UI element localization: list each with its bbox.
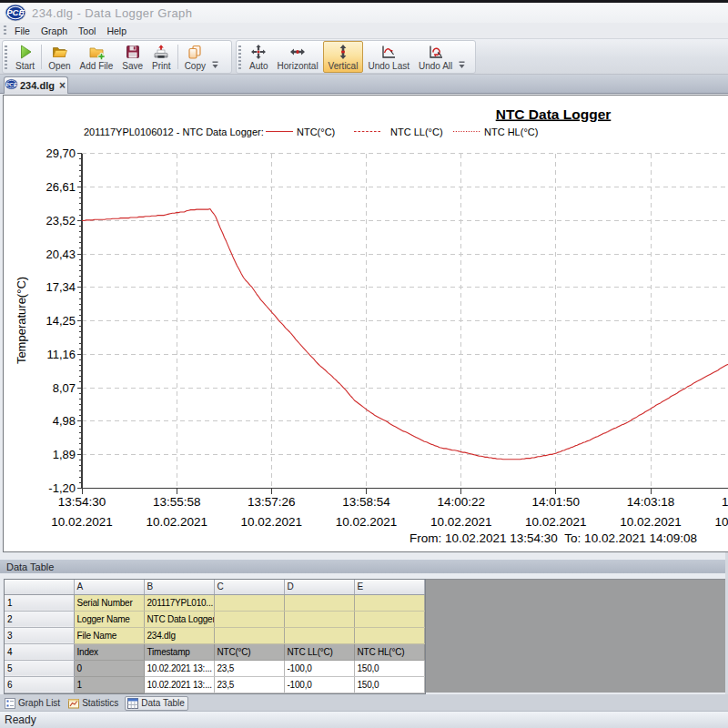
cell[interactable]: NTC(°C) [214,643,284,660]
toolbar-grip-handle[interactable] [238,46,241,69]
row-header-1[interactable]: 1 [5,594,74,611]
cell[interactable]: 23,5 [214,660,284,676]
vertical-icon [334,44,352,60]
svg-text:10.02.2021: 10.02.2021 [336,515,398,529]
column-header-d[interactable]: D [284,580,354,594]
toolbar-overflow-icon[interactable] [210,41,220,73]
cell[interactable]: 10.02.2021 13:... [144,660,214,676]
toolbar-button-label: Start [15,61,35,71]
toolbar-button-label: Undo Last [368,61,410,71]
horizontal-button[interactable]: Horizontal [273,41,323,73]
svg-text:4,98: 4,98 [53,414,76,428]
start-button[interactable]: Start [11,41,39,73]
cell[interactable]: Serial Number [74,594,144,611]
cell[interactable]: NTC LL(°C) [284,643,354,660]
cell[interactable]: Logger Name [74,611,144,627]
view-tab-statistics[interactable]: Statistics [66,696,121,711]
toolbar-button-label: Auto [249,61,268,71]
row-header-3[interactable]: 3 [5,627,74,643]
column-header-c[interactable]: C [214,580,284,594]
menu-tool[interactable]: Tool [73,25,101,36]
document-tab[interactable]: PCE 234.dlg × [4,76,68,94]
toolbar-button-label: Print [152,61,171,71]
cell[interactable]: 0 [74,660,144,676]
undo-last-button[interactable]: Undo Last [363,41,414,73]
svg-text:8,07: 8,07 [53,381,76,395]
cell[interactable] [354,594,424,611]
svg-text:10.02.2021: 10.02.2021 [714,515,728,529]
data-table-grid[interactable]: ABCDE1Serial Number201117YPL010...2Logge… [4,579,426,694]
data-table-panel-caption: Data Table [0,559,728,573]
row-header-2[interactable]: 2 [5,611,74,627]
row-header-6[interactable]: 6 [5,676,74,693]
toolbar-button-label: Undo All [419,61,452,71]
cell[interactable]: Timestamp [144,643,214,660]
svg-text:NTC Data Logger: NTC Data Logger [496,106,612,122]
undo-all-icon [427,44,445,60]
title-bar: PCE 234.dlg - Data Logger Graph [0,3,728,23]
data-table-panel-title: Data Table [6,561,54,572]
grid-empty-area [424,579,725,693]
column-header-e[interactable]: E [354,580,424,594]
cell[interactable]: File Name [74,627,144,643]
save-button[interactable]: Save [117,41,147,73]
menu-graph[interactable]: Graph [35,25,73,36]
toolbar-grip-handle[interactable] [5,46,7,69]
cell[interactable]: NTC HL(°C) [354,643,424,660]
cell[interactable] [284,594,354,611]
cell[interactable]: 234.dlg [144,627,214,643]
cell[interactable] [354,627,424,643]
print-icon [152,44,170,60]
cell[interactable] [214,594,284,611]
toolbar-overflow-icon[interactable] [457,41,467,73]
cell[interactable]: 10.02.2021 13:... [144,676,214,693]
tab-close-icon[interactable]: × [59,81,66,90]
menu-file[interactable]: File [9,25,35,36]
cell[interactable]: 150,0 [354,660,424,676]
cell[interactable]: NTC Data Logger [144,611,214,627]
column-header-b[interactable]: B [144,580,214,594]
add-file-icon [87,44,106,60]
undo-all-button[interactable]: Undo All [414,41,457,73]
corner-cell[interactable] [5,580,74,594]
auto-button[interactable]: Auto [245,41,273,73]
menu-grip-handle[interactable] [4,25,6,36]
cell[interactable]: 23,5 [214,676,284,693]
open-button[interactable]: Open [44,41,75,73]
cell[interactable] [354,611,424,627]
svg-text:PCE: PCE [5,82,17,87]
toolbar-group-1: StartOpenAdd FileSavePrintCopy [2,40,232,74]
cell[interactable]: 201117YPL010... [144,594,214,611]
vertical-button[interactable]: Vertical [323,41,364,73]
cell[interactable]: Index [74,643,144,660]
panel-splitter[interactable] [0,552,728,559]
cell[interactable]: 150,0 [354,676,424,693]
row-header-4[interactable]: 4 [5,643,74,660]
cell[interactable] [214,611,284,627]
svg-text:17,34: 17,34 [46,280,76,294]
menu-help[interactable]: Help [101,25,132,36]
start-icon [16,44,35,60]
cell[interactable]: 1 [74,676,144,693]
cell[interactable] [214,627,284,643]
table-row: 4IndexTimestampNTC(°C)NTC LL(°C)NTC HL(°… [5,643,424,660]
print-button[interactable]: Print [147,41,176,73]
svg-text:From: 10.02.2021 13:54:30 To:: From: 10.02.2021 13:54:30 To: 10.02.2021… [410,531,697,545]
row-header-5[interactable]: 5 [5,660,74,676]
view-tab-graph-list[interactable]: Graph List [3,696,63,711]
copy-button[interactable]: Copy [180,41,210,73]
add-file-button[interactable]: Add File [76,41,118,73]
cell[interactable]: -100,0 [284,660,354,676]
cell[interactable] [284,627,354,643]
auto-icon [249,44,268,60]
table-row: 1Serial Number201117YPL010... [5,594,424,611]
view-tab-data-table[interactable]: Data Table [125,696,188,711]
svg-text:NTC(°C): NTC(°C) [297,126,335,137]
svg-text:11,16: 11,16 [46,348,76,361]
document-tab-bar: PCE 234.dlg × [0,75,728,94]
svg-text:10.02.2021: 10.02.2021 [430,515,492,529]
chart-canvas[interactable]: NTC Data Logger201117YPL0106012 - NTC Da… [3,95,728,552]
cell[interactable] [284,611,354,627]
cell[interactable]: -100,0 [284,676,354,693]
column-header-a[interactable]: A [74,580,144,594]
